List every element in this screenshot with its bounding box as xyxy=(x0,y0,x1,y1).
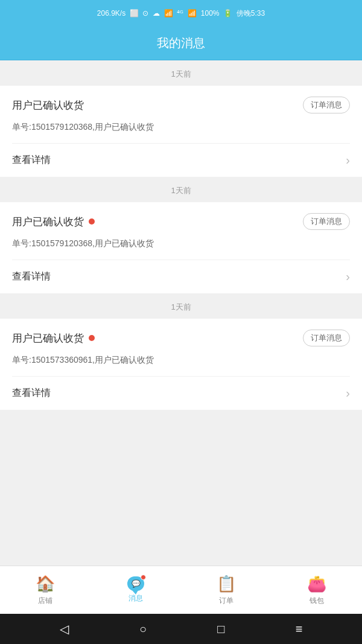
card-title-1: 用户已确认收货 xyxy=(12,98,84,112)
nav-item-message[interactable]: 💬 消息 xyxy=(91,566,181,614)
unread-dot-3 xyxy=(89,335,95,341)
card-header-1: 用户已确认收货 订单消息 xyxy=(0,86,362,121)
back-button[interactable]: ◁ xyxy=(60,622,69,636)
order-badge-1[interactable]: 订单消息 xyxy=(303,97,350,113)
app-header: 我的消息 xyxy=(0,27,362,60)
time-separator-3: 1天前 xyxy=(0,293,362,319)
card-footer-2[interactable]: 查看详情 › xyxy=(0,260,362,293)
message-card-2[interactable]: 用户已确认收货 订单消息 单号:1501579120368,用户已确认收货 查看… xyxy=(0,202,362,293)
time-separator-1: 1天前 xyxy=(0,60,362,86)
nav-label-store: 店铺 xyxy=(38,596,52,606)
home-button[interactable]: ○ xyxy=(139,622,147,636)
menu-button[interactable]: ≡ xyxy=(296,622,303,636)
chevron-right-icon-2: › xyxy=(346,270,350,284)
order-badge-3[interactable]: 订单消息 xyxy=(303,330,350,346)
message-list: 1天前 用户已确认收货 订单消息 单号:1501579120368,用户已确认收… xyxy=(0,60,362,566)
message-card-1[interactable]: 用户已确认收货 订单消息 单号:1501579120368,用户已确认收货 查看… xyxy=(0,86,362,177)
nav-item-wallet[interactable]: 👛 钱包 xyxy=(272,566,362,614)
card-footer-3[interactable]: 查看详情 › xyxy=(0,377,362,410)
message-unread-badge xyxy=(141,575,146,580)
order-badge-2[interactable]: 订单消息 xyxy=(303,213,350,230)
card-title-3: 用户已确认收货 xyxy=(12,331,84,345)
chevron-right-icon-1: › xyxy=(346,153,350,167)
card-title-2: 用户已确认收货 xyxy=(12,215,84,229)
nav-item-order[interactable]: 📋 订单 xyxy=(181,566,272,614)
card-header-2: 用户已确认收货 订单消息 xyxy=(0,202,362,237)
nav-label-order: 订单 xyxy=(219,596,233,606)
unread-dot-2 xyxy=(89,218,95,225)
wallet-icon: 👛 xyxy=(307,575,326,593)
card-body-2: 单号:1501579120368,用户已确认收货 xyxy=(0,237,362,260)
page-title: 我的消息 xyxy=(157,35,205,51)
store-icon: 🏠 xyxy=(36,575,55,593)
time-separator-2: 1天前 xyxy=(0,177,362,202)
status-bar-text: 206.9K/s ⬜ ⊙ ☁ 📶 ⁴ᴳ 📶 100% 🔋 傍晚5:33 xyxy=(97,8,265,19)
nav-label-message: 消息 xyxy=(129,593,143,604)
order-icon: 📋 xyxy=(217,575,236,593)
card-title-wrap-2: 用户已确认收货 xyxy=(12,215,95,229)
status-bar: 206.9K/s ⬜ ⊙ ☁ 📶 ⁴ᴳ 📶 100% 🔋 傍晚5:33 xyxy=(0,0,362,27)
view-detail-2: 查看详情 xyxy=(12,270,51,283)
view-detail-1: 查看详情 xyxy=(12,154,51,167)
card-footer-1[interactable]: 查看详情 › xyxy=(0,144,362,177)
bottom-navigation: 🏠 店铺 💬 消息 📋 订单 👛 钱包 xyxy=(0,566,362,614)
chevron-right-icon-3: › xyxy=(346,386,350,400)
message-icon-wrap: 💬 xyxy=(127,576,144,591)
card-body-3: 单号:1501573360961,用户已确认收货 xyxy=(0,354,362,376)
message-icon: 💬 xyxy=(127,576,144,591)
message-card-3[interactable]: 用户已确认收货 订单消息 单号:1501573360961,用户已确认收货 查看… xyxy=(0,319,362,410)
card-body-1: 单号:1501579120368,用户已确认收货 xyxy=(0,121,362,143)
card-title-wrap-3: 用户已确认收货 xyxy=(12,331,95,345)
card-title-wrap-1: 用户已确认收货 xyxy=(12,98,84,112)
recent-button[interactable]: □ xyxy=(217,622,224,636)
nav-label-wallet: 钱包 xyxy=(310,596,324,606)
card-header-3: 用户已确认收货 订单消息 xyxy=(0,319,362,354)
view-detail-3: 查看详情 xyxy=(12,387,51,400)
system-bar: ◁ ○ □ ≡ xyxy=(0,614,362,644)
nav-item-store[interactable]: 🏠 店铺 xyxy=(0,566,91,614)
